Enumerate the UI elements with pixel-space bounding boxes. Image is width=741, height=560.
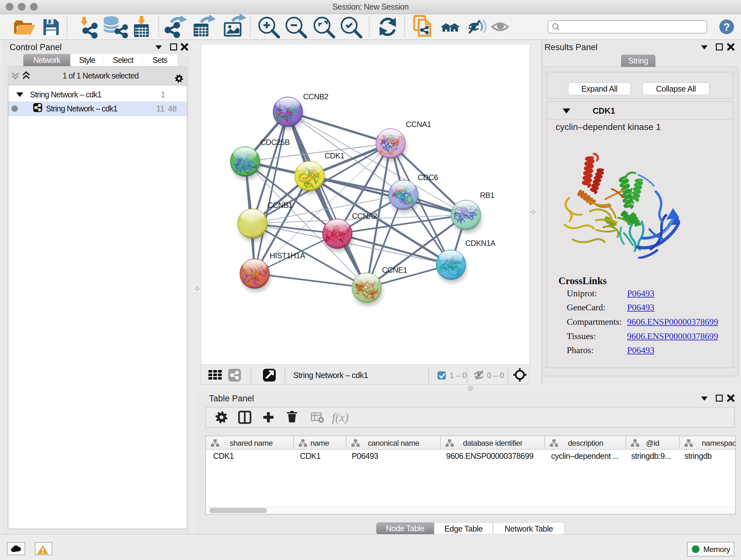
svg-text:CCNE1: CCNE1 (382, 266, 407, 274)
svg-text:?: ? (724, 21, 730, 33)
svg-text:CCNB1: CCNB1 (267, 201, 293, 209)
svg-text:namespace: namespace (702, 439, 735, 447)
svg-text:1: 1 (161, 90, 165, 99)
svg-text:shared name: shared name (230, 439, 273, 447)
svg-text:CDK1: CDK1 (325, 151, 344, 160)
svg-text:name: name (311, 439, 329, 447)
svg-text:CCNA1: CCNA1 (406, 120, 431, 129)
svg-text:canonical name: canonical name (367, 439, 419, 447)
svg-text:CCNA2: CCNA2 (352, 212, 377, 220)
svg-text:RB1: RB1 (480, 191, 494, 199)
svg-text:CCNB2: CCNB2 (303, 92, 328, 101)
svg-text:String Network – cdk1: String Network – cdk1 (293, 371, 368, 380)
svg-text:database identifier: database identifier (463, 439, 523, 447)
svg-text:description: description (568, 439, 603, 447)
svg-text:String Network – cdk1: String Network – cdk1 (30, 90, 102, 99)
svg-text:HIST1H1A: HIST1H1A (270, 251, 305, 260)
svg-text:0 – 0: 0 – 0 (487, 371, 504, 380)
svg-text:48: 48 (168, 104, 177, 113)
svg-text:String Network – cdk1: String Network – cdk1 (46, 104, 118, 113)
svg-text:11: 11 (156, 104, 165, 113)
svg-text:f(x): f(x) (332, 411, 349, 424)
svg-text:1 – 0: 1 – 0 (450, 371, 467, 380)
svg-text:@id: @id (646, 439, 659, 447)
svg-text:CDC6: CDC6 (418, 173, 438, 182)
svg-text:CDKN1A: CDKN1A (465, 239, 495, 247)
svg-text:CDC25B: CDC25B (260, 138, 290, 146)
